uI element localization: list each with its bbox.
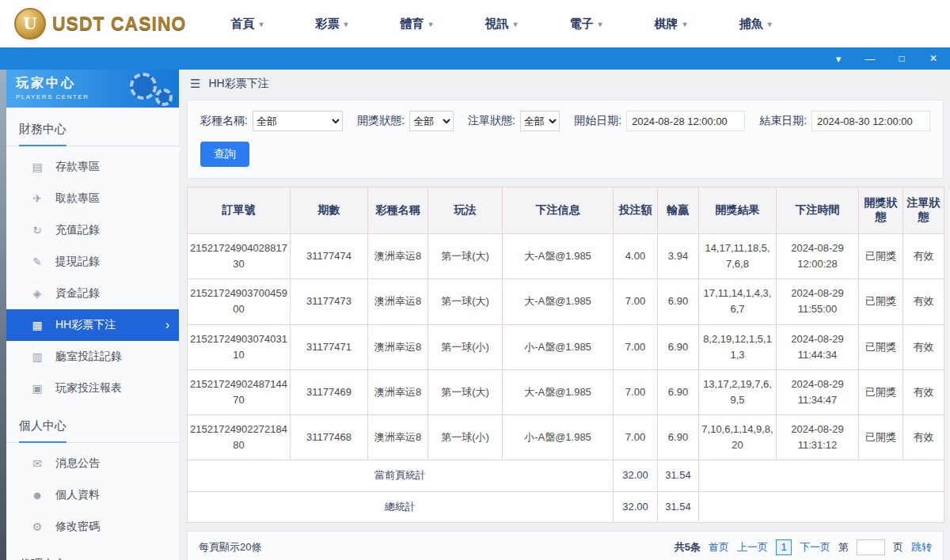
- table-cell: 2024-08-29 11:34:47: [777, 369, 859, 414]
- sidebar-item[interactable]: ◈資金記錄: [6, 278, 179, 309]
- nav-item-label: 體育: [401, 17, 424, 32]
- table-row: 215217249040288173031177474澳洲幸运8第一球(大)大-…: [188, 234, 944, 279]
- table-cell: 小-A盤@1.985: [503, 415, 614, 460]
- nav-item[interactable]: 捕魚▾: [739, 17, 772, 32]
- sidebar-item[interactable]: ✉消息公告: [6, 448, 179, 479]
- table-cell: 6.90: [658, 324, 699, 369]
- nav-item-label: 電子: [570, 17, 594, 32]
- chevron-right-icon: ›: [165, 319, 169, 331]
- table-cell: 31177469: [291, 369, 368, 414]
- search-button[interactable]: 查詢: [200, 142, 249, 167]
- pagination: 共5条 首页 上一页 1 下一页 第 页 跳转: [674, 539, 932, 555]
- table-cell: 2024-08-29 11:31:12: [777, 415, 859, 460]
- table-cell: 14,17,11,18,5,7,6,8: [699, 234, 777, 279]
- table-cell: 31177468: [291, 415, 368, 460]
- top-lobby-bar: U USDT CASINO 首頁▾彩票▾體育▾視訊▾電子▾棋牌▾捕魚▾: [0, 0, 950, 47]
- end-date-label: 結束日期:: [759, 114, 807, 128]
- summary-bet-total: 32.00: [614, 460, 658, 491]
- table-body: 215217249040288173031177474澳洲幸运8第一球(大)大-…: [188, 234, 944, 523]
- casino-chip-icon: [130, 73, 157, 100]
- table-cell: 有效: [903, 415, 944, 460]
- main-content: ☰ HH彩票下注 彩種名稱: 全部 開獎狀態: 全部 注單狀態: 全部 開始日期…: [179, 70, 950, 560]
- summary-bet-total: 32.00: [614, 491, 658, 522]
- lottery-select[interactable]: 全部: [253, 111, 343, 131]
- chevron-down-icon: ▾: [683, 20, 687, 28]
- hamburger-menu-icon[interactable]: ☰: [190, 77, 200, 91]
- chevron-down-icon: ▾: [768, 20, 772, 28]
- sidebar-item[interactable]: ☻個人資料: [6, 479, 179, 511]
- brand-logo[interactable]: U USDT CASINO: [14, 8, 186, 40]
- table-cell: 7.00: [614, 415, 658, 460]
- table-cell: 澳洲幸运8: [368, 279, 428, 324]
- sidebar-item[interactable]: ▤存款專區: [6, 151, 179, 183]
- order-status-select[interactable]: 全部: [520, 111, 560, 131]
- nav-item-label: 首頁: [230, 17, 254, 32]
- nav-item[interactable]: 體育▾: [401, 17, 433, 32]
- minimize-button[interactable]: —: [864, 54, 876, 64]
- start-date-input[interactable]: [626, 111, 745, 131]
- nav-item[interactable]: 電子▾: [570, 17, 602, 32]
- end-date-input[interactable]: [811, 111, 930, 131]
- table-cell: 7.00: [614, 369, 658, 414]
- withdraw-icon: ✈: [30, 192, 44, 205]
- table-cell: 大-A盤@1.985: [503, 279, 614, 324]
- chevron-down-icon[interactable]: ▾: [833, 54, 844, 64]
- sidebar-item[interactable]: ▣玩家投注報表: [6, 373, 179, 404]
- table-cell: 3.94: [658, 234, 699, 279]
- nav-item[interactable]: 視訊▾: [485, 17, 518, 32]
- table-cell: 有效: [903, 369, 944, 414]
- sidebar-item-label: 存款專區: [55, 160, 100, 174]
- coin-logo-icon: U: [14, 8, 46, 40]
- sidebar-item[interactable]: ⚙修改密碼: [6, 511, 179, 543]
- sidebar-item-label: 廳室投註記錄: [55, 350, 122, 364]
- sidebar-item[interactable]: ▦HH彩票下注›: [6, 309, 179, 341]
- table-cell: 4.00: [614, 234, 658, 279]
- sidebar-item[interactable]: ▥廳室投註記錄: [6, 341, 179, 373]
- table-cell: 31177473: [291, 279, 368, 324]
- summary-label: 當前頁統計: [188, 460, 614, 491]
- table-cell: 已開獎: [859, 415, 903, 460]
- table-row: 215217249022721848031177468澳洲幸运8第一球(小)小-…: [188, 415, 944, 460]
- bell-icon: ✉: [30, 457, 44, 470]
- jump-link[interactable]: 跳转: [911, 540, 932, 554]
- sidebar-item[interactable]: ↻充值記錄: [6, 214, 179, 246]
- table-cell: 大-A盤@1.985: [503, 234, 614, 279]
- page-number-input[interactable]: [857, 539, 885, 555]
- column-header: 訂單號: [188, 187, 291, 234]
- page-title: HH彩票下注: [208, 77, 268, 91]
- current-page-indicator: 1: [776, 539, 792, 555]
- nav-item-label: 棋牌: [655, 17, 678, 32]
- table-cell: 7,10,6,1,14,9,8,20: [699, 415, 777, 460]
- column-header: 開獎結果: [699, 187, 777, 234]
- table-cell: 6.90: [658, 415, 699, 460]
- deposit-icon: ▤: [30, 161, 44, 173]
- report-icon: ▣: [30, 382, 44, 395]
- table-cell: 2152172490227218480: [188, 415, 291, 460]
- sidebar-item[interactable]: ✎提現記錄: [6, 246, 179, 278]
- nav-item[interactable]: 首頁▾: [230, 17, 263, 32]
- first-page-link[interactable]: 首页: [709, 540, 729, 554]
- next-page-link[interactable]: 下一页: [800, 540, 830, 554]
- nav-item-label: 彩票: [315, 17, 339, 32]
- sidebar-item[interactable]: ✈取款專區: [6, 183, 179, 214]
- bets-table-wrap: 訂單號期數彩種名稱玩法下注信息投注額輸贏開獎結果下注時間開獎狀態注單狀態 215…: [187, 187, 944, 523]
- close-button[interactable]: ×: [928, 52, 939, 65]
- table-cell: 6.90: [658, 279, 699, 324]
- sidebar-section-label: 個人中心: [19, 418, 66, 443]
- draw-status-select[interactable]: 全部: [409, 111, 454, 131]
- nav-item[interactable]: 彩票▾: [315, 17, 348, 32]
- maximize-button[interactable]: □: [896, 54, 907, 63]
- table-cell: 已開獎: [859, 279, 903, 324]
- table-cell: 17,11,14,1,4,3,6,7: [699, 279, 777, 324]
- table-cell: 大-A盤@1.985: [503, 369, 614, 414]
- prev-page-link[interactable]: 上一页: [737, 540, 768, 554]
- sidebar-item-label: 個人資料: [55, 488, 100, 502]
- table-cell: 有效: [903, 279, 944, 324]
- column-header: 彩種名稱: [368, 187, 428, 234]
- table-cell: 2024-08-29 11:55:00: [777, 279, 859, 324]
- breadcrumb: ☰ HH彩票下注: [179, 70, 950, 98]
- table-cell: 第一球(小): [428, 324, 503, 369]
- nav-item[interactable]: 棋牌▾: [655, 17, 687, 32]
- table-cell: 7.00: [614, 279, 658, 324]
- table-cell: 小-A盤@1.985: [503, 324, 614, 369]
